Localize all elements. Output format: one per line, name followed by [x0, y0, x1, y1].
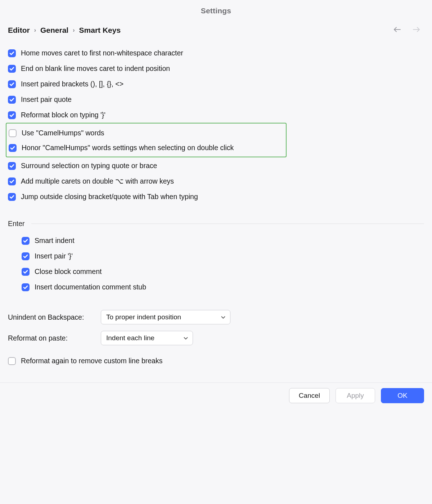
breadcrumb-smartkeys[interactable]: Smart Keys [79, 26, 121, 35]
cancel-button[interactable]: Cancel [289, 388, 330, 403]
checkbox-multi-caret-option[interactable] [8, 177, 16, 185]
checkbox-insert-pair-quote[interactable] [8, 96, 16, 104]
chevron-right-icon: › [34, 27, 36, 33]
apply-button[interactable]: Apply [336, 388, 375, 403]
option-label: End on blank line moves caret to indent … [21, 64, 170, 73]
option-honor-camelhumps[interactable]: Honor "CamelHumps" words settings when s… [8, 140, 284, 155]
forward-icon[interactable] [413, 26, 420, 35]
checkbox-reformat-on-brace[interactable] [8, 111, 16, 119]
page-title: Settings [8, 4, 424, 25]
option-label: Smart indent [35, 237, 75, 245]
option-insert-pair-quote[interactable]: Insert pair quote [8, 92, 424, 107]
checkbox-close-block-comment[interactable] [22, 268, 30, 276]
option-label: Use "CamelHumps" words [22, 129, 104, 137]
option-label: Insert documentation comment stub [35, 283, 146, 291]
option-insert-doc-stub[interactable]: Insert documentation comment stub [22, 279, 424, 295]
back-icon[interactable] [393, 26, 401, 35]
option-label: Add multiple carets on double ⌥ with arr… [21, 177, 174, 185]
option-reformat-on-brace[interactable]: Reformat block on typing '}' [8, 107, 424, 123]
option-home-caret[interactable]: Home moves caret to first non-whitespace… [8, 45, 424, 61]
option-multi-caret-option[interactable]: Add multiple carets on double ⌥ with arr… [8, 174, 424, 189]
option-label: Reformat block on typing '}' [21, 111, 105, 119]
highlight-box: Use "CamelHumps" wordsHonor "CamelHumps"… [6, 123, 287, 157]
ok-button[interactable]: OK [381, 388, 424, 403]
option-jump-outside[interactable]: Jump outside closing bracket/quote with … [8, 189, 424, 204]
checkbox-end-blank-line[interactable] [8, 65, 16, 73]
option-insert-pair-brace[interactable]: Insert pair '}' [22, 248, 424, 264]
checkbox-surround-selection[interactable] [8, 162, 16, 170]
chevron-down-icon [183, 334, 188, 342]
unindent-label: Unindent on Backspace: [8, 313, 101, 321]
breadcrumb: Editor › General › Smart Keys [8, 26, 121, 35]
breadcrumb-general[interactable]: General [40, 26, 68, 35]
checkbox-jump-outside[interactable] [8, 193, 16, 201]
option-surround-selection[interactable]: Surround selection on typing quote or br… [8, 158, 424, 174]
chevron-down-icon [221, 313, 226, 321]
option-label: Insert paired brackets (), [], {}, <> [21, 80, 123, 88]
reformat-paste-value: Indent each line [106, 334, 154, 342]
reformat-paste-label: Reformat on paste: [8, 334, 101, 342]
section-enter-title: Enter [8, 220, 25, 228]
checkbox-home-caret[interactable] [8, 49, 16, 57]
breadcrumb-editor[interactable]: Editor [8, 26, 30, 35]
divider [31, 224, 424, 224]
checkbox-reformat-again[interactable] [8, 357, 16, 365]
checkbox-use-camelhumps[interactable] [9, 129, 17, 137]
option-label: Honor "CamelHumps" words settings when s… [22, 144, 234, 152]
chevron-right-icon: › [73, 27, 75, 33]
option-label: Jump outside closing bracket/quote with … [21, 193, 198, 201]
unindent-select[interactable]: To proper indent position [101, 310, 230, 324]
checkbox-insert-pair-brace[interactable] [22, 252, 30, 260]
option-label: Reformat again to remove custom line bre… [21, 357, 162, 365]
dialog-footer: Cancel Apply OK [0, 382, 432, 408]
option-smart-indent[interactable]: Smart indent [22, 233, 424, 248]
option-use-camelhumps[interactable]: Use "CamelHumps" words [8, 126, 284, 140]
checkbox-honor-camelhumps[interactable] [9, 144, 17, 152]
option-label: Surround selection on typing quote or br… [21, 162, 157, 170]
checkbox-insert-doc-stub[interactable] [22, 283, 30, 291]
option-label: Close block comment [35, 267, 102, 276]
reformat-paste-select[interactable]: Indent each line [101, 331, 193, 345]
option-end-blank-line[interactable]: End on blank line moves caret to indent … [8, 61, 424, 76]
option-close-block-comment[interactable]: Close block comment [22, 264, 424, 279]
option-label: Home moves caret to first non-whitespace… [21, 49, 183, 57]
option-label: Insert pair quote [21, 95, 72, 104]
option-insert-paired-brackets[interactable]: Insert paired brackets (), [], {}, <> [8, 76, 424, 92]
unindent-value: To proper indent position [106, 313, 181, 321]
checkbox-insert-paired-brackets[interactable] [8, 80, 16, 88]
option-label: Insert pair '}' [35, 252, 73, 260]
checkbox-smart-indent[interactable] [22, 237, 30, 245]
option-reformat-again[interactable]: Reformat again to remove custom line bre… [8, 353, 424, 369]
